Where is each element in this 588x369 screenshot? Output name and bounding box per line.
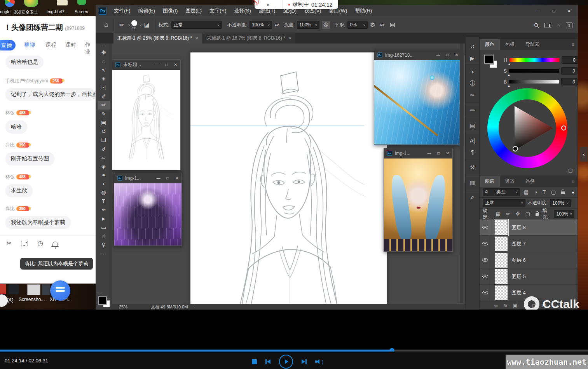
app-thumbnail[interactable] [0,284,6,294]
window-titlebar[interactable]: Ps img-162718... — □ ✕ [374,50,461,60]
hue-wheel-selector[interactable] [561,125,566,131]
document-tab[interactable]: 未标题-1 @ 16.7% (图层 8, RGB/16) * ✕ [202,33,296,44]
app-icon-360[interactable] [77,0,86,5]
foreground-color[interactable] [484,55,494,64]
marquee-tool[interactable]: ◌ [98,57,110,66]
wheel-widget-icon[interactable]: ▢ [568,167,573,173]
visibility-toggle[interactable] [480,252,491,268]
layer-thumbnail[interactable] [495,253,508,268]
panel-menu-icon[interactable]: ≡ [572,179,574,184]
sponge-tool[interactable]: ◍ [98,188,110,197]
desktop-icon-label[interactable]: Screensho... [19,297,45,302]
shape-tool[interactable]: ▭ [98,223,110,232]
blend-mode-select[interactable]: 正常˅ [171,21,222,29]
menu-file[interactable]: 文件(F) [110,7,134,14]
chevron-down-icon[interactable]: ˅ [140,23,142,27]
lock-pixels-icon[interactable]: ✏ [506,211,510,217]
opacity-select[interactable]: 100%˅ [250,21,272,29]
layer-thumbnail[interactable] [495,285,508,300]
saturation-value[interactable]: 0 [561,67,578,75]
brush-tool[interactable]: ✏ [98,101,110,110]
filter-type-icon[interactable]: T [543,189,546,195]
status-expand-icon[interactable]: › [193,305,194,309]
pressure-opacity-icon[interactable]: ✑ [274,21,279,28]
crop-tool[interactable]: ⊡ [98,83,110,92]
pen-tool[interactable]: ✒ [98,205,110,214]
history-brush-tool[interactable]: ↺ [98,127,110,136]
paint-bucket-tool[interactable]: ◈ [98,162,110,171]
tab-swatches[interactable]: 色板 [500,39,520,50]
filter-toggle-icon[interactable]: ● [572,190,574,195]
layer-row[interactable]: 图层 5 [480,268,578,285]
link-layers-icon[interactable]: ∞ [494,303,498,308]
close-icon[interactable]: ✕ [288,36,291,40]
floating-window-sketch[interactable]: Ps 未标题... — □ ✕ [112,59,181,170]
previous-button[interactable] [265,359,270,364]
eyedropper-tool[interactable]: ✐ [98,92,110,101]
clone-stamp-tool[interactable]: ▣ [98,118,110,127]
minimize-icon[interactable]: — [427,151,431,155]
maximize-icon[interactable]: □ [438,151,440,155]
move-tool[interactable]: ✥ [98,48,110,57]
sidebar-collapse-button[interactable]: ‹ [580,147,588,162]
tab-navigator[interactable]: 导航器 [520,39,545,50]
swap-colors-icon[interactable]: ∙∙ [98,290,103,294]
foreground-color[interactable] [98,296,107,305]
tab-group-chat[interactable]: 群聊 [24,42,35,49]
layer-blend-select[interactable]: 正常˅ [483,199,525,207]
eraser-tool[interactable]: ▱ [98,153,110,162]
lock-all-icon[interactable] [536,213,539,216]
actions-panel-icon[interactable]: ▶ [467,52,478,64]
smoothing-select[interactable]: 0%˅ [347,21,368,29]
visibility-toggle[interactable] [480,236,491,252]
menu-image[interactable]: 图像(I) [159,7,181,14]
desktop-icon-label[interactable]: oogle [0,9,10,14]
share-icon[interactable]: ⇧ [566,23,572,28]
lock-position-icon[interactable]: ✥ [516,211,520,217]
magic-wand-tool[interactable]: ✴ [98,75,110,84]
layer-opacity-select[interactable]: 100%˅ [550,199,571,207]
floating-window-gold-ref[interactable]: Ps img-1... — □ ✕ [384,148,453,252]
close-icon[interactable]: ✕ [175,176,178,180]
lock-transparency-icon[interactable]: ▦ [496,211,501,217]
paragraph-panel-icon[interactable]: ¶ [467,146,478,158]
close-icon[interactable]: ✕ [195,36,198,40]
play-button[interactable] [279,355,293,369]
visibility-toggle[interactable] [480,268,491,284]
menu-help[interactable]: 帮助(H) [351,7,375,14]
saturation-triangle[interactable] [499,100,556,157]
screenshot-scissors-icon[interactable]: ✂ [6,239,12,247]
flow-select[interactable]: 100%˅ [297,21,319,29]
maximize-icon[interactable]: □ [166,63,168,67]
chrome-icon[interactable] [5,0,15,7]
toggle-brush-panel-icon[interactable]: ◪ [144,21,150,28]
more-tools-icon[interactable]: ⋯ [98,249,110,258]
tab-color[interactable]: 颜色 [480,39,500,50]
photoshop-logo[interactable]: Ps [99,7,106,15]
minimize-icon[interactable]: — [155,63,159,67]
maximize-icon[interactable]: □ [447,53,449,57]
hand-tool[interactable]: ☝ [98,232,110,241]
file-thumbnail[interactable] [42,284,50,295]
floating-window-purple-ref[interactable]: Ps img-1... — □ ✕ [114,173,182,246]
maximize-icon[interactable]: □ [167,176,169,180]
minimize-icon[interactable]: — [436,53,440,57]
workspace-icon[interactable] [544,23,551,28]
chevron-down-icon[interactable]: ˅ [128,23,131,27]
desktop-icon-label[interactable]: img-bb47... [47,9,68,14]
notification-bell-icon[interactable] [52,242,58,246]
tab-layers[interactable]: 图层 [480,176,500,187]
desktop-icon-label[interactable]: 360安全卫士 [14,9,38,15]
filter-smart-object-icon[interactable] [561,191,565,194]
minimize-icon[interactable]: — [157,176,161,180]
tab-lesson[interactable]: 课时 [65,42,76,49]
brush-settings-panel-icon[interactable]: ✑ [467,89,478,101]
hue-slider[interactable]: ▲ [509,58,559,62]
tab-channels[interactable]: 通道 [500,176,520,187]
window-titlebar[interactable]: Ps 未标题... — □ ✕ [112,60,180,70]
hue-value[interactable]: 0 [562,56,578,64]
hue-wheel[interactable] [487,88,567,168]
menu-select[interactable]: 选择(S) [230,7,254,14]
tab-homework[interactable]: 作业 [85,42,96,56]
dodge-tool[interactable]: ◗ [98,179,110,188]
